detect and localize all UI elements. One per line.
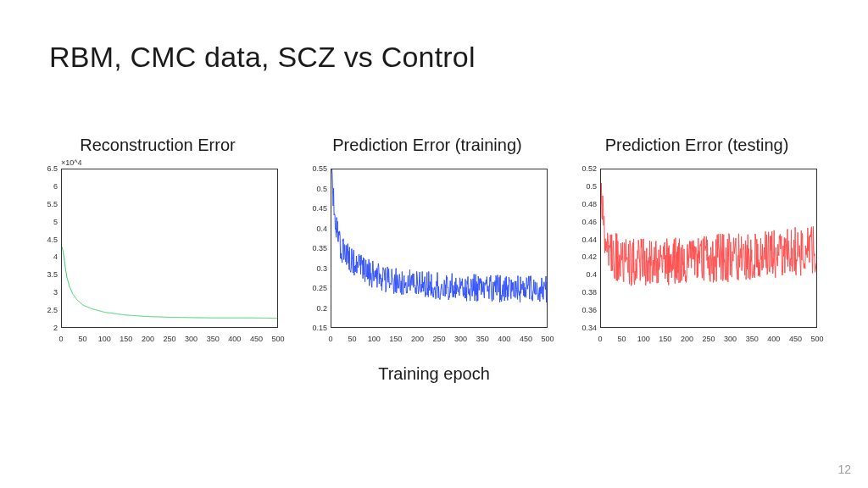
- x-tick: 100: [637, 335, 650, 343]
- page-number: 12: [837, 463, 851, 476]
- x-tick: 100: [98, 335, 111, 343]
- y-tick: 0.52: [581, 164, 597, 173]
- y-tick: 0.55: [312, 164, 327, 173]
- x-tick: 400: [228, 335, 241, 343]
- chart-2: 0.340.360.380.40.420.440.460.480.50.5205…: [571, 162, 822, 348]
- panel-test-pred: Prediction Error (testing) 0.340.360.380…: [571, 136, 822, 348]
- x-tick: 500: [541, 335, 554, 343]
- plot-area-2: [600, 169, 817, 328]
- y-tick: 2.5: [47, 306, 58, 314]
- y-tick: 6: [53, 182, 58, 191]
- x-tick: 350: [746, 335, 759, 343]
- line-path-2: [601, 169, 816, 327]
- x-tick: 400: [498, 335, 510, 343]
- x-tick: 150: [389, 335, 402, 343]
- panel-reconstruction: Reconstruction Error ×10^4 22.533.544.55…: [32, 136, 283, 348]
- y-tick: 0.15: [312, 324, 327, 332]
- y-tick: 0.3: [316, 264, 327, 273]
- y-tick: 0.34: [581, 324, 597, 332]
- chart-0: ×10^4 22.533.544.555.566.505010015020025…: [32, 162, 283, 348]
- line-path-1: [331, 169, 547, 327]
- y-tick: 0.36: [581, 306, 597, 314]
- x-tick: 250: [163, 335, 175, 343]
- y-tick: 0.4: [586, 270, 597, 279]
- y-tick: 0.2: [316, 304, 327, 313]
- y-tick: 5: [53, 218, 58, 226]
- x-tick: 150: [659, 335, 671, 343]
- x-tick: 350: [476, 335, 489, 343]
- y-tick: 0.46: [581, 218, 597, 226]
- panel-title-2: Prediction Error (testing): [605, 136, 789, 155]
- panel-title-1: Prediction Error (training): [332, 136, 521, 155]
- x-tick: 450: [250, 335, 263, 343]
- y-tick: 0.35: [312, 244, 327, 252]
- y-exponent-0: ×10^4: [61, 158, 82, 167]
- y-tick: 0.44: [581, 236, 597, 244]
- x-tick: 50: [79, 335, 87, 343]
- y-tick: 5.5: [47, 200, 58, 208]
- x-tick: 300: [185, 335, 198, 343]
- x-tick: 0: [598, 335, 602, 343]
- y-tick: 0.5: [586, 182, 597, 191]
- y-tick: 0.25: [312, 284, 327, 292]
- x-axis-label: Training epoch: [0, 364, 868, 384]
- x-tick: 500: [271, 335, 284, 343]
- x-tick: 100: [368, 335, 381, 343]
- charts-row: Reconstruction Error ×10^4 22.533.544.55…: [32, 136, 837, 348]
- x-tick: 500: [810, 335, 823, 343]
- x-tick: 200: [681, 335, 693, 343]
- y-tick: 0.42: [581, 252, 597, 261]
- x-tick: 200: [411, 335, 424, 343]
- y-tick: 0.48: [581, 200, 597, 208]
- x-tick: 0: [58, 335, 63, 343]
- y-tick: 2: [53, 324, 58, 332]
- y-tick: 0.5: [316, 185, 327, 193]
- x-tick: 250: [702, 335, 715, 343]
- y-tick: 0.45: [312, 204, 327, 213]
- y-tick: 3: [53, 288, 58, 297]
- x-tick: 150: [120, 335, 132, 343]
- x-tick: 450: [520, 335, 532, 343]
- y-tick: 3.5: [47, 270, 58, 279]
- panel-title-0: Reconstruction Error: [80, 136, 235, 155]
- plot-area-0: [61, 169, 278, 328]
- x-tick: 450: [789, 335, 802, 343]
- x-tick: 50: [618, 335, 626, 343]
- y-tick: 4.5: [47, 236, 58, 244]
- x-tick: 300: [454, 335, 467, 343]
- x-tick: 300: [724, 335, 737, 343]
- panel-train-pred: Prediction Error (training) 0.150.20.250…: [302, 136, 553, 348]
- x-tick: 400: [767, 335, 780, 343]
- line-path-0: [62, 169, 277, 327]
- x-tick: 200: [142, 335, 154, 343]
- x-tick: 250: [432, 335, 445, 343]
- y-tick: 0.38: [581, 288, 597, 297]
- slide: RBM, CMC data, SCZ vs Control Reconstruc…: [0, 0, 868, 488]
- y-tick: 6.5: [47, 164, 58, 173]
- page-title: RBM, CMC data, SCZ vs Control: [49, 41, 476, 74]
- x-tick: 50: [348, 335, 357, 343]
- y-tick: 4: [53, 252, 58, 261]
- plot-area-1: [331, 169, 548, 328]
- x-tick: 0: [328, 335, 332, 343]
- x-tick: 350: [207, 335, 220, 343]
- y-tick: 0.4: [316, 225, 327, 233]
- chart-1: 0.150.20.250.30.350.40.450.50.5505010015…: [302, 162, 553, 348]
